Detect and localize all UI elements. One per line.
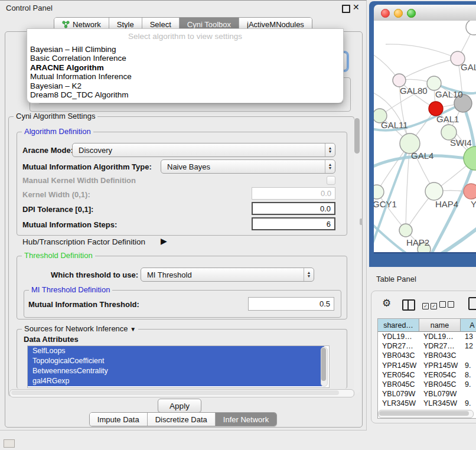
table-cell: 9. (461, 361, 476, 370)
column-header-name[interactable]: name (419, 319, 461, 332)
tab-discretize-data[interactable]: Discretize Data (147, 413, 215, 426)
which-threshold-combobox[interactable]: MI Threshold ▲▼ (141, 268, 314, 282)
table-row[interactable]: YPR145WYPR145W9. (378, 361, 476, 370)
attribute-list-item[interactable]: BetweennessCentrality (28, 366, 324, 376)
tab-infer-network[interactable]: Infer Network (215, 413, 276, 426)
algorithm-option[interactable]: ARACNE Algorithm (27, 63, 343, 72)
settings-vertical-scrollbar[interactable] (354, 117, 360, 393)
collapse-arrow-icon[interactable]: ▼ (130, 326, 136, 332)
column-header-A[interactable]: A (461, 319, 476, 332)
mi-threshold-legend: MI Threshold Definition (29, 285, 112, 294)
table-cell: YER054C (378, 371, 419, 379)
network-graph: GALGAL80GAL10GAL1GAL11SWI4GAL4GCY1HAP4YH… (374, 21, 476, 252)
network-node[interactable] (425, 182, 443, 200)
kernel-width-field[interactable]: 0.0 (252, 187, 335, 200)
network-node[interactable] (464, 184, 476, 199)
tab-impute-data[interactable]: Impute Data (90, 413, 147, 426)
algorithm-option[interactable]: Basic Correlation Inference (27, 54, 343, 63)
algorithm-dropdown-popup: Select algorithm to view settings Bayesi… (27, 28, 344, 103)
hub-section-label: Hub/Transcription Factor Definition (22, 237, 145, 246)
algorithm-list: Bayesian – Hill ClimbingBasic Correlatio… (27, 45, 343, 99)
node-label-y: Y (471, 199, 476, 209)
tab-label: jActiveMNodules (247, 20, 304, 29)
mi-steps-label: Mutual Information Steps: (22, 220, 117, 229)
table-row[interactable]: YBR045CYBR045C9. (378, 380, 476, 389)
data-attributes-list[interactable]: SelfLoopsTopologicalCoefficientBetweenne… (27, 345, 330, 388)
attribute-list-item[interactable]: gal4RGexp (28, 376, 324, 386)
control-panel-window: Control Panel ✕ NetworkStyleSelectCyni T… (0, 0, 367, 431)
node-label-hap4: HAP4 (435, 199, 458, 209)
mi-steps-value: 6 (327, 220, 331, 229)
column-header-shared…[interactable]: shared… (378, 319, 419, 332)
attribute-list-item[interactable]: TopologicalCoefficient (28, 356, 324, 366)
close-icon[interactable]: ✕ (353, 2, 360, 12)
algorithm-option[interactable]: Mutual Information Inference (27, 72, 343, 81)
table-cell: YDR27… (378, 342, 419, 350)
table-row[interactable]: YBR043CYBR043C (378, 351, 476, 360)
stepper-arrows-icon: ▲▼ (304, 268, 314, 281)
stepper-arrows-icon: ▲▼ (325, 160, 335, 173)
table-cell: 9. (461, 399, 476, 407)
data-attributes-label: Data Attributes (24, 335, 79, 344)
settings-horizontal-scrollbar-thumb[interactable] (11, 390, 339, 395)
table-cell: YDL19… (378, 332, 419, 341)
minimize-traffic-light-icon[interactable] (394, 9, 403, 18)
export-table-icon[interactable] (468, 297, 476, 310)
settings-vertical-scrollbar-thumb[interactable] (354, 118, 360, 154)
node-label-hap2: HAP2 (406, 237, 429, 247)
aracne-mode-combobox[interactable]: Discovery ▲▼ (72, 143, 335, 157)
aracne-mode-label: Aracne Mode: (22, 146, 73, 155)
manual-kernel-label: Manual Kernel Width Definition (22, 176, 136, 185)
network-node[interactable] (374, 185, 384, 199)
table-cell: YLR345W (378, 399, 419, 407)
table-cell: 13 (461, 332, 476, 341)
network-node[interactable] (393, 74, 406, 87)
mi-type-combobox[interactable]: Naive Bayes ▲▼ (161, 159, 335, 174)
table-horizontal-scrollbar-thumb[interactable] (379, 411, 469, 416)
apply-button[interactable]: Apply (158, 399, 201, 413)
float-window-icon[interactable] (342, 5, 350, 13)
algorithm-option[interactable]: Bayesian – K2 (27, 81, 343, 90)
attributes-scrollbar-thumb[interactable] (321, 348, 326, 381)
attribute-list-item[interactable]: SelfLoops (28, 346, 324, 356)
collapsed-panel-button[interactable] (4, 439, 15, 448)
table-cell: YPR145W (419, 361, 461, 370)
manual-kernel-checkbox[interactable] (327, 176, 335, 185)
table-cell: YDR27… (419, 342, 461, 350)
control-panel-titlebar[interactable]: Control Panel ✕ (0, 1, 366, 16)
table-panel: ⚙ ✓✓ shared…nameAYDL19…YDL19…13YDR27…YDR… (371, 291, 476, 423)
node-label-gal11: GAL11 (381, 120, 408, 130)
select-all-checkboxes-icon[interactable]: ✓✓ (422, 301, 439, 309)
table-row[interactable]: YDR27…YDR27…12 (378, 341, 476, 351)
network-canvas[interactable]: GALGAL80GAL10GAL1GAL11SWI4GAL4GCY1HAP4YH… (374, 21, 476, 253)
table-cell: 8. (461, 371, 476, 379)
panel-splitter-handle[interactable] (360, 219, 363, 225)
network-node[interactable] (466, 21, 476, 35)
mi-steps-field[interactable]: 6 (252, 217, 335, 230)
close-traffic-light-icon[interactable] (381, 9, 390, 18)
network-node[interactable] (399, 224, 412, 237)
sources-legend-text: Sources for Network Inference (24, 324, 128, 333)
mi-threshold-field[interactable]: 0.5 (248, 297, 334, 311)
table-cell: YBL079W (378, 390, 419, 398)
network-node[interactable] (427, 76, 441, 90)
zoom-traffic-light-icon[interactable] (407, 9, 416, 18)
node-label-swi4: SWI4 (450, 138, 472, 148)
tab-label: Select (150, 20, 171, 29)
table-row[interactable]: YER054CYER054C8. (378, 370, 476, 380)
table-cell: 12 (461, 342, 476, 350)
deselect-all-checkboxes-icon[interactable] (439, 301, 456, 309)
algorithm-option[interactable]: Dream8 DC_TDC Algorithm (27, 90, 343, 99)
gear-icon[interactable]: ⚙ (382, 297, 391, 309)
table-row[interactable]: YBL079WYBL079W (378, 389, 476, 399)
expand-arrow-icon[interactable]: ▶ (161, 236, 167, 246)
network-window[interactable]: GALGAL80GAL10GAL1GAL11SWI4GAL4GCY1HAP4YH… (369, 1, 476, 267)
columns-icon[interactable] (402, 299, 415, 311)
algorithm-option[interactable]: Bayesian – Hill Climbing (27, 45, 343, 54)
table-row[interactable]: YLR345WYLR345W9. (378, 399, 476, 408)
table-row[interactable]: YDL19…YDL19…13 (378, 332, 476, 341)
dpi-tolerance-field[interactable]: 0.0 (252, 202, 335, 215)
which-threshold-label: Which threshold to use: (51, 270, 138, 279)
node-table[interactable]: shared…nameAYDL19…YDL19…13YDR27…YDR27…12… (377, 318, 476, 419)
network-window-titlebar[interactable] (374, 5, 476, 21)
